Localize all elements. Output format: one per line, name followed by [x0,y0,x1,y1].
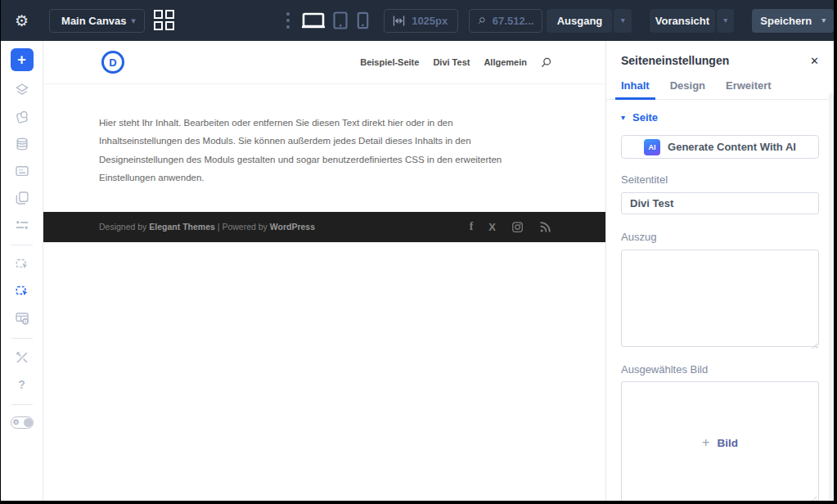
chevron-down-icon: ▾ [621,16,625,25]
x-twitter-icon[interactable]: X [488,221,496,233]
divi-builder-window: ⚙ Main Canvas ▾ [1,0,834,501]
plus-icon: + [702,436,709,449]
plus-icon: + [17,52,26,67]
section-label: Seite [632,111,658,124]
excerpt-textarea[interactable] [621,250,819,347]
page-settings-panel: Seiteneinstellungen ✕ Inhalt Design Erwe… [605,41,834,501]
canvas-width-value: 1025px [412,15,448,27]
tab-inhalt[interactable]: Inhalt [621,79,650,99]
text-module[interactable]: Hier steht Ihr Inhalt. Bearbeiten oder e… [99,114,530,187]
search-icon[interactable] [541,57,551,68]
chevron-down-icon: ▾ [723,16,727,25]
grid-cell [154,21,163,30]
divi-logo[interactable]: D [101,51,124,74]
device-phone-button[interactable] [357,11,369,29]
excerpt-label: Auszug [621,231,819,243]
sidebar-divider [11,338,33,339]
screen: ⚙ Main Canvas ▾ [0,0,837,504]
preview-button-label: Voransicht [655,15,709,27]
site-footer: Designed by Elegant Themes | Powered by … [43,212,605,242]
zoom-level-input[interactable]: 67.512... [469,9,542,33]
tab-design[interactable]: Design [670,79,705,99]
exit-button[interactable]: Ausgang [547,9,612,33]
section-toggle-seite[interactable]: ▾ Seite [621,111,819,124]
panel-title: Seiteneinstellungen [621,54,729,67]
featured-image-dropzone[interactable]: + Bild [621,381,819,501]
site-header: D Beispiel-Seite Divi Test Allgemein [43,41,605,84]
facebook-icon[interactable]: f [470,220,474,233]
builder-left-sidebar: + [1,41,43,501]
page-title-label: Seitentitel [621,173,819,186]
layout-grid-button[interactable] [154,10,175,32]
builder-toolbar: ⚙ Main Canvas ▾ [1,0,834,41]
grid-cell [165,21,174,30]
settings-toggle[interactable]: ⚙ [11,416,34,429]
generate-content-ai-button[interactable]: AI Generate Content With AI [621,135,819,159]
tablet-icon [332,11,349,30]
click-mode-icon[interactable] [14,283,30,299]
list-view-icon[interactable] [14,217,30,233]
active-tab-underline [615,97,655,100]
chevron-down-icon: ▾ [131,16,136,25]
device-desktop-button[interactable] [301,11,326,30]
layers-icon[interactable] [14,82,30,98]
desktop-icon [301,11,326,30]
more-options-dots-icon[interactable] [286,12,290,29]
width-arrows-icon [393,16,405,26]
ai-button-label: Generate Content With AI [668,141,796,153]
exit-button-label: Ausgang [557,15,603,27]
nav-item-allgemein[interactable]: Allgemein [484,57,527,67]
preview-button[interactable]: Voransicht [650,9,715,33]
rss-icon[interactable] [539,221,551,233]
toggle-knob [24,418,33,427]
add-image-label: Bild [717,437,738,449]
phone-icon [357,11,369,29]
featured-image-label: Ausgewähltes Bild [621,363,819,376]
preview-dropdown-arrow[interactable]: ▾ [717,9,734,33]
resize-handle-icon[interactable] [809,494,817,501]
footer-credit: Designed by Elegant Themes | Powered by … [99,222,315,232]
page-title-input[interactable] [621,192,819,214]
grid-cell [154,10,163,19]
footer-link-wordpress[interactable]: WordPress [270,222,315,232]
canvas-selector-label: Main Canvas [61,15,126,27]
table-visibility-icon[interactable] [14,310,30,326]
canvas-width-input[interactable]: 1025px [384,9,458,33]
canvas-selector-dropdown[interactable]: Main Canvas ▾ [49,9,145,33]
chevron-down-icon: ▾ [821,16,826,25]
hover-mode-icon[interactable] [14,256,30,272]
instagram-icon[interactable] [511,221,524,233]
save-button[interactable]: Speichern ▾ [752,9,834,33]
design-swatches-icon[interactable] [14,109,30,125]
device-tablet-button[interactable] [332,11,349,30]
magnifier-icon [478,15,485,26]
ai-icon: AI [644,139,660,155]
collapse-triangle-icon: ▾ [621,114,625,122]
page-canvas: D Beispiel-Seite Divi Test Allgemein Hie… [43,41,605,501]
panel-scrollbar[interactable] [829,93,834,501]
bottom-panel-icon[interactable] [14,163,30,179]
save-button-label: Speichern [760,15,812,27]
add-module-button[interactable]: + [11,48,34,71]
settings-tabs: Inhalt Design Erweitert [606,79,834,100]
copy-pages-icon[interactable] [14,190,30,206]
tab-erweitert[interactable]: Erweitert [726,79,772,99]
sidebar-divider [11,404,33,405]
database-icon[interactable] [14,136,30,152]
site-nav: Beispiel-Seite Divi Test Allgemein [360,57,551,68]
grid-cell [165,10,174,19]
footer-link-elegant-themes[interactable]: Elegant Themes [149,222,215,232]
nav-item-beispiel-seite[interactable]: Beispiel-Seite [360,57,419,67]
builder-settings-gear-icon[interactable]: ⚙ [15,13,29,29]
logo-letter: D [109,56,116,69]
help-icon[interactable]: ? [14,376,30,393]
nav-item-divi-test[interactable]: Divi Test [433,57,470,67]
tools-icon[interactable] [14,349,30,366]
gear-icon: ⚙ [13,417,20,427]
zoom-level-value: 67.512... [493,15,534,27]
close-icon[interactable]: ✕ [810,55,819,67]
social-icons: f X [470,220,551,233]
sidebar-divider [11,245,33,245]
exit-dropdown-arrow[interactable]: ▾ [614,9,631,33]
